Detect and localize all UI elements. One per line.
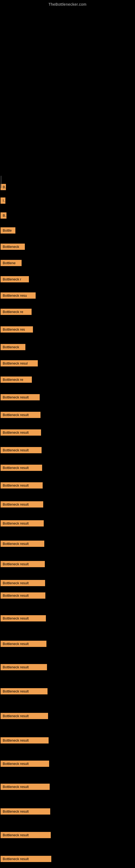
bottleneck-item-13[interactable]: Bottleneck re	[1, 376, 32, 383]
vertical-indicator	[1, 176, 1, 188]
bottleneck-item-28[interactable]: Bottleneck result	[1, 664, 47, 670]
bottleneck-item-29[interactable]: Bottleneck result	[1, 688, 48, 694]
bottleneck-item-22[interactable]: Bottleneck result	[1, 540, 44, 547]
bottleneck-item-10[interactable]: Bottleneck res	[1, 326, 33, 333]
site-title: TheBottlenecker.com	[0, 0, 135, 8]
bottleneck-item-15[interactable]: Bottleneck result	[1, 412, 41, 418]
bottleneck-item-2[interactable]: I	[1, 197, 5, 204]
bottleneck-item-1[interactable]: B	[1, 184, 6, 190]
bottleneck-item-6[interactable]: Bottlene	[1, 260, 21, 266]
bottleneck-item-23[interactable]: Bottleneck result	[1, 561, 45, 567]
bottleneck-item-3[interactable]: B	[1, 212, 6, 219]
bottleneck-item-33[interactable]: Bottleneck result	[1, 784, 50, 790]
bottleneck-item-5[interactable]: Bottleneck	[1, 244, 25, 250]
bottleneck-item-26[interactable]: Bottleneck result	[1, 615, 46, 621]
bottleneck-item-19[interactable]: Bottleneck result	[1, 482, 43, 489]
bottleneck-item-17[interactable]: Bottleneck result	[1, 447, 42, 453]
bottleneck-item-20[interactable]: Bottleneck result	[1, 501, 43, 507]
bottleneck-item-25[interactable]: Bottleneck result	[1, 592, 45, 599]
bottleneck-item-18[interactable]: Bottleneck result	[1, 465, 42, 471]
bottleneck-item-30[interactable]: Bottleneck result	[1, 713, 48, 719]
bottleneck-item-11[interactable]: Bottleneck	[1, 344, 26, 350]
bottleneck-item-4[interactable]: Bottle	[1, 227, 15, 234]
bottleneck-item-8[interactable]: Bottleneck resu	[1, 292, 36, 299]
bottleneck-item-34[interactable]: Bottleneck result	[1, 808, 50, 814]
bottleneck-item-36[interactable]: Bottleneck result	[1, 856, 51, 862]
bottleneck-item-24[interactable]: Bottleneck result	[1, 580, 45, 586]
bottleneck-item-14[interactable]: Bottleneck result	[1, 394, 40, 400]
bottleneck-item-32[interactable]: Bottleneck result	[1, 761, 49, 767]
bottleneck-item-31[interactable]: Bottleneck result	[1, 737, 49, 744]
bottleneck-item-12[interactable]: Bottleneck resul	[1, 360, 38, 367]
bottleneck-item-16[interactable]: Bottleneck result	[1, 429, 41, 436]
bottleneck-item-21[interactable]: Bottleneck result	[1, 520, 44, 527]
bottleneck-item-9[interactable]: Bottleneck re	[1, 309, 32, 315]
bottleneck-item-7[interactable]: Bottleneck r	[1, 276, 29, 282]
bottleneck-item-35[interactable]: Bottleneck result	[1, 832, 51, 838]
bottleneck-item-27[interactable]: Bottleneck result	[1, 641, 46, 647]
